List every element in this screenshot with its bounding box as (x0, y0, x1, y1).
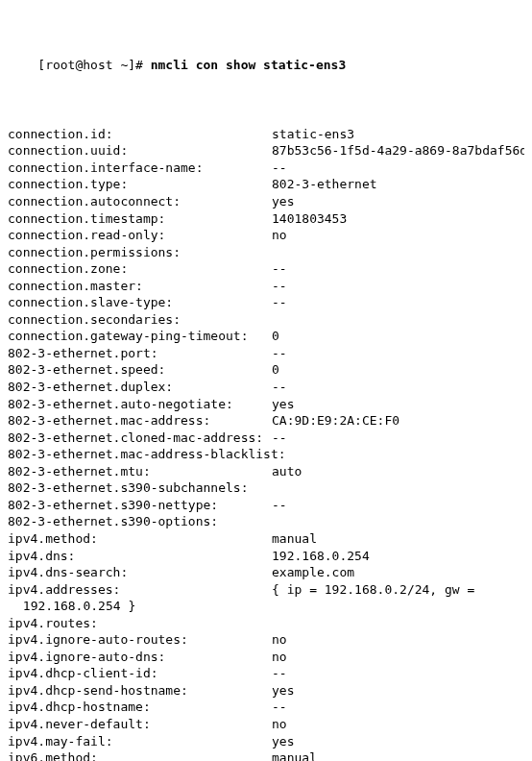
output-row: ipv4.addresses:{ ip = 192.168.0.2/24, gw… (8, 581, 524, 599)
property-key: ipv4.dhcp-send-hostname: (8, 682, 272, 700)
property-value: no (272, 716, 524, 733)
output-row: 802-3-ethernet.s390-options: (8, 513, 524, 530)
shell-prompt: [root@host ~]# (37, 58, 150, 72)
output-row: connection.uuid:87b53c56-1f5d-4a29-a869-… (8, 142, 524, 160)
property-value: -- (272, 379, 524, 396)
output-row: connection.zone:-- (8, 260, 524, 278)
property-key: connection.secondaries: (8, 311, 272, 329)
property-key: 802-3-ethernet.mac-address-blacklist: (8, 446, 272, 463)
property-key: 802-3-ethernet.cloned-mac-address: (8, 430, 272, 447)
output-row: connection.slave-type:-- (8, 294, 524, 311)
output-row: ipv4.dhcp-hostname:-- (8, 699, 524, 716)
property-value: yes (272, 733, 524, 750)
property-key: 802-3-ethernet.mtu: (8, 463, 272, 480)
property-key: ipv4.dhcp-hostname: (8, 699, 272, 716)
output-row: connection.timestamp:1401803453 (8, 210, 524, 228)
output-row: ipv4.ignore-auto-routes:no (8, 631, 524, 649)
property-value: -- (272, 260, 524, 278)
output-row: 802-3-ethernet.mac-address-blacklist: (8, 446, 524, 463)
output-row: 802-3-ethernet.mtu:auto (8, 463, 524, 480)
output-row: connection.autoconnect:yes (8, 193, 524, 210)
property-value: -- (272, 345, 524, 362)
output-row: ipv4.dhcp-send-hostname:yes (8, 682, 524, 700)
output-row: ipv4.never-default:no (8, 716, 524, 733)
property-value: static-ens3 (272, 126, 524, 143)
property-value (272, 446, 524, 463)
property-value: no (272, 649, 524, 666)
property-key: connection.type: (8, 176, 272, 193)
property-value: -- (272, 278, 524, 295)
property-value: 0 (272, 361, 524, 379)
property-key: 802-3-ethernet.port: (8, 345, 272, 362)
output-row: 802-3-ethernet.mac-address:CA:9D:E9:2A:C… (8, 412, 524, 430)
property-value: -- (272, 294, 524, 311)
property-value: manual (272, 530, 524, 548)
property-value: -- (272, 160, 524, 177)
output-row: 802-3-ethernet.duplex:-- (8, 379, 524, 396)
output-row: connection.master:-- (8, 278, 524, 295)
property-value: -- (272, 430, 524, 447)
property-value: yes (272, 682, 524, 700)
output-row: 802-3-ethernet.port:-- (8, 345, 524, 362)
output-rows: connection.id:static-ens3connection.uuid… (8, 126, 524, 761)
output-row: ipv4.dns:192.168.0.254 (8, 548, 524, 565)
output-row: connection.gateway-ping-timeout:0 (8, 328, 524, 345)
output-row: connection.type:802-3-ethernet (8, 176, 524, 193)
property-value: -- (272, 665, 524, 682)
property-key: connection.uuid: (8, 142, 272, 160)
property-key: ipv4.ignore-auto-dns: (8, 649, 272, 666)
property-value: 192.168.0.254 (272, 548, 524, 565)
property-key: ipv4.dns: (8, 548, 272, 565)
property-key: connection.id: (8, 126, 272, 143)
output-row: connection.read-only:no (8, 227, 524, 244)
output-row: ipv4.may-fail:yes (8, 733, 524, 750)
command-line: [root@host ~]# nmcli con show static-ens… (8, 39, 524, 90)
output-row: ipv4.dhcp-client-id:-- (8, 665, 524, 682)
property-value: 0 (272, 328, 524, 345)
output-row: ipv4.dns-search:example.com (8, 564, 524, 581)
property-key: 802-3-ethernet.s390-subchannels: (8, 479, 272, 497)
terminal-output: [root@host ~]# nmcli con show static-ens… (0, 0, 532, 761)
property-key: ipv4.addresses: (8, 581, 272, 599)
property-value (272, 479, 524, 497)
property-key: connection.gateway-ping-timeout: (8, 328, 272, 345)
property-key: ipv4.routes: (8, 615, 272, 632)
output-row: ipv4.method:manual (8, 530, 524, 548)
property-key: connection.read-only: (8, 227, 272, 244)
property-value: example.com (272, 564, 524, 581)
property-key: ipv4.ignore-auto-routes: (8, 631, 272, 649)
property-value (272, 513, 524, 530)
property-key: ipv6.method: (8, 749, 272, 761)
property-value: -- (272, 699, 524, 716)
output-row: ipv4.routes: (8, 615, 524, 632)
output-row: 802-3-ethernet.auto-negotiate:yes (8, 396, 524, 413)
property-key: 802-3-ethernet.s390-nettype: (8, 497, 272, 514)
output-row: 802-3-ethernet.s390-subchannels: (8, 479, 524, 497)
property-key: connection.permissions: (8, 244, 272, 261)
property-key: ipv4.method: (8, 530, 272, 548)
property-key: 802-3-ethernet.speed: (8, 361, 272, 379)
property-value (272, 615, 524, 632)
property-value: manual (272, 749, 524, 761)
property-key: connection.autoconnect: (8, 193, 272, 210)
property-key: ipv4.never-default: (8, 716, 272, 733)
property-value: 1401803453 (272, 210, 524, 228)
shell-command: nmcli con show static-ens3 (151, 58, 347, 72)
property-key: ipv4.dns-search: (8, 564, 272, 581)
property-key: ipv4.dhcp-client-id: (8, 665, 272, 682)
property-key: connection.slave-type: (8, 294, 272, 311)
output-row: ipv6.method:manual (8, 749, 524, 761)
property-value: -- (272, 497, 524, 514)
property-value (272, 311, 524, 329)
property-value: auto (272, 463, 524, 480)
property-value: yes (272, 396, 524, 413)
property-value: 802-3-ethernet (272, 176, 524, 193)
output-row: connection.secondaries: (8, 311, 524, 329)
output-row: connection.permissions: (8, 244, 524, 261)
output-row: 802-3-ethernet.s390-nettype:-- (8, 497, 524, 514)
property-key: 802-3-ethernet.auto-negotiate: (8, 396, 272, 413)
property-key: connection.timestamp: (8, 210, 272, 228)
property-key: connection.zone: (8, 260, 272, 278)
property-key: connection.master: (8, 278, 272, 295)
property-value: no (272, 631, 524, 649)
